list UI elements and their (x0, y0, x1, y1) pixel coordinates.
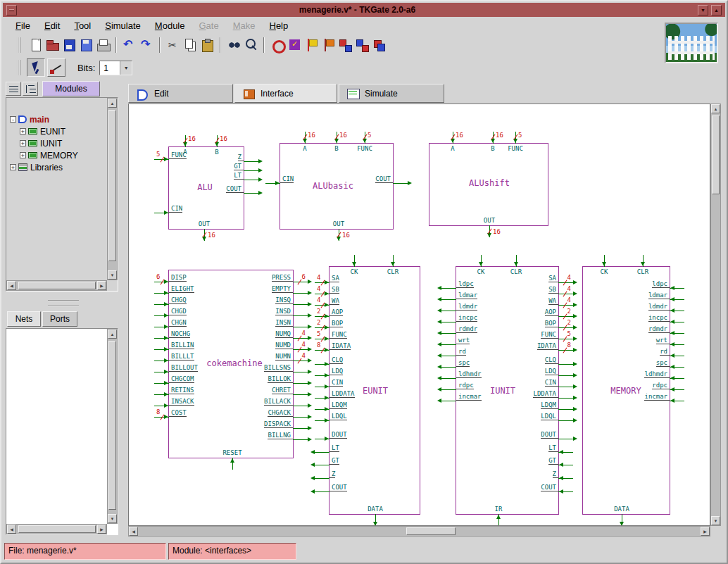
sidebar-splitter[interactable] (48, 300, 79, 307)
tree-expander-icon[interactable]: + (20, 152, 26, 158)
scroll-left-button[interactable]: ◀ (7, 525, 16, 534)
scroll-thumb[interactable] (108, 110, 116, 261)
scroll-right-button[interactable]: ▶ (97, 525, 106, 534)
tab-nets[interactable]: Nets (7, 311, 41, 327)
list-view-button[interactable] (6, 82, 21, 96)
tab-ports[interactable]: Ports (42, 311, 77, 327)
tree-expander-icon[interactable]: - (10, 116, 16, 123)
tree-item-main[interactable]: -main (8, 113, 106, 125)
search-icon[interactable] (226, 37, 241, 54)
module-alu[interactable]: ALUA16B16OUT16FUNC5CINZGTLTCOUT (168, 146, 244, 230)
window-iconify-button[interactable]: ▼ (698, 5, 708, 15)
tree-horizontal-scrollbar[interactable]: ◀▶ (6, 280, 107, 291)
badge-check-icon[interactable] (287, 37, 302, 54)
module-memory[interactable]: MEMORYCKCLRDATAldpcldmarldmdrincpcrdmdrw… (582, 266, 670, 515)
module-iunit[interactable]: IUNITCKCLRIRldpcldmarldmdrincpcrdmdrwrtr… (456, 266, 559, 515)
canvas-horizontal-scrollbar[interactable]: ◀▶ (128, 526, 710, 537)
copy-icon[interactable] (182, 37, 198, 54)
tree-expander-icon[interactable]: + (10, 164, 16, 170)
scroll-right-button[interactable]: ▶ (97, 281, 106, 290)
module-alushift[interactable]: ALUshiftA16B16FUNC5OUT16 (429, 143, 548, 226)
scroll-up-button[interactable]: ▲ (711, 104, 720, 113)
tree-vertical-scrollbar[interactable]: ▲▼ (107, 98, 118, 280)
menu-simulate[interactable]: Simulate (98, 18, 148, 33)
scroll-left-button[interactable]: ◀ (129, 527, 138, 536)
bits-combo-arrow-button[interactable]: ▼ (120, 61, 132, 75)
port-a: A (451, 145, 454, 152)
scroll-thumb[interactable] (18, 282, 96, 289)
module-eunit[interactable]: EUNITCKCLRDATASA4SB4WA4AOP2BOP2FUNC5IDAT… (329, 266, 420, 515)
save-as-icon[interactable] (78, 37, 94, 54)
scroll-thumb[interactable] (108, 341, 116, 510)
menu-module[interactable]: Module (148, 18, 192, 33)
nets-horizontal-scrollbar[interactable]: ◀▶ (6, 524, 107, 534)
menu-file[interactable]: File (8, 18, 37, 33)
scroll-thumb[interactable] (712, 115, 720, 194)
port-arrow (325, 418, 329, 422)
tree-expander-icon[interactable]: + (20, 128, 26, 134)
port-arrow (308, 426, 312, 430)
scroll-down-button[interactable]: ▼ (108, 270, 117, 280)
port-arrow (164, 336, 168, 340)
scroll-thumb[interactable] (406, 527, 456, 535)
menu-edit[interactable]: Edit (37, 18, 67, 33)
tab-interface[interactable]: Interface (234, 84, 337, 103)
scroll-thumb[interactable] (18, 525, 96, 533)
tree-item-iunit[interactable]: +IUNIT (8, 137, 106, 149)
scroll-left-button[interactable]: ◀ (7, 281, 16, 290)
toolbar-handle[interactable] (17, 60, 21, 75)
toolbar-handle[interactable] (17, 37, 21, 53)
save-icon[interactable] (61, 37, 77, 54)
port-arrow (308, 358, 312, 363)
bits-combo[interactable]: 1 ▼ (99, 61, 132, 75)
tree-item-eunit[interactable]: +EUNIT (8, 125, 106, 137)
tree-view-button[interactable] (23, 82, 38, 96)
port-retins: RETINS (169, 387, 194, 394)
flag-yellow-icon[interactable] (303, 37, 319, 54)
zoom-icon[interactable] (243, 37, 258, 54)
scroll-down-button[interactable]: ▼ (711, 516, 720, 525)
tree-expander-icon[interactable]: + (20, 140, 26, 146)
window-maximize-button[interactable]: ▲ (711, 5, 722, 15)
open-file-icon[interactable] (44, 37, 60, 54)
module-alubasic[interactable]: ALUbasicA16B16FUNC5OUT16CINCOUT (280, 143, 394, 230)
scroll-down-button[interactable]: ▼ (108, 514, 117, 523)
new-file-icon[interactable] (27, 37, 43, 54)
canvas-vertical-scrollbar[interactable]: ▲▼ (710, 104, 721, 526)
port-arrow (437, 365, 441, 369)
menu-help[interactable]: Help (263, 18, 296, 33)
port-stub (441, 367, 456, 368)
port-press: PRESS (272, 274, 293, 282)
tab-modules[interactable]: Modules (42, 81, 100, 96)
port-ldql: LDQL (330, 413, 347, 420)
scroll-right-button[interactable]: ▶ (701, 527, 710, 536)
tab-simulate[interactable]: Simulate (339, 84, 444, 103)
badge-zero-icon[interactable] (270, 37, 285, 54)
cut-icon[interactable] (165, 37, 181, 54)
status-file: File: menagerie.v* (4, 543, 166, 560)
paste-icon[interactable] (199, 37, 215, 54)
flag-orange-icon[interactable] (320, 37, 336, 54)
port-arrow (670, 308, 674, 313)
module-cokemachine[interactable]: cokemachineRESETDISP6ELIGHTCHGQCHGDCHGNN… (168, 270, 294, 458)
tree-item-libraries[interactable]: +Libraries (8, 161, 106, 173)
scroll-up-button[interactable]: ▲ (108, 99, 117, 108)
nets-vertical-scrollbar[interactable]: ▲▼ (107, 329, 118, 524)
transfer-blocks-icon[interactable] (354, 37, 370, 54)
print-icon[interactable] (95, 37, 111, 54)
port-stub (293, 349, 308, 350)
titlebar[interactable]: menagerie.v* - TKGate 2.0-a6 ▼ ▲ (3, 3, 725, 17)
merge-blocks-icon[interactable] (371, 37, 387, 54)
tab-edit[interactable]: Edit (128, 84, 233, 103)
select-tool-button[interactable] (27, 58, 45, 77)
redo-icon[interactable] (139, 37, 154, 54)
schematic-canvas[interactable]: ALUA16B16OUT16FUNC5CINZGTLTCOUTALUbasicA… (128, 104, 710, 526)
swap-blocks-icon[interactable] (337, 37, 353, 54)
undo-icon[interactable] (122, 37, 137, 54)
wire-tool-button[interactable] (47, 58, 65, 77)
port-arrow (164, 302, 168, 306)
tree-item-memory[interactable]: +MEMORY (8, 149, 106, 161)
scroll-up-button[interactable]: ▲ (108, 330, 117, 339)
menu-tool[interactable]: Tool (67, 18, 98, 33)
window-menu-button[interactable] (6, 5, 17, 15)
